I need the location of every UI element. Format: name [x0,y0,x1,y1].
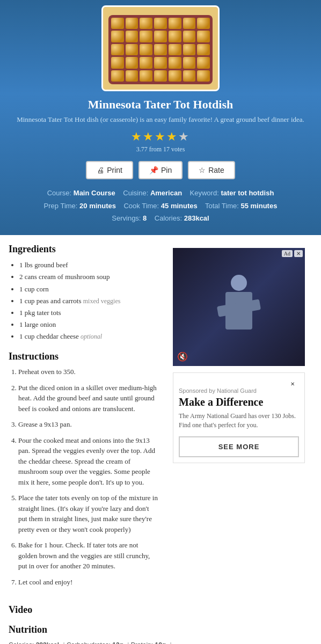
ingredient-text: 1 large onion [19,320,56,328]
list-item: Let cool and enjoy! [18,577,158,588]
list-item: Bake for 1 hour. Check. If tater tots ar… [18,540,158,572]
tot [126,18,138,29]
ad-cta-button[interactable]: SEE MORE [179,436,299,457]
tot [169,57,181,68]
tot [140,70,152,82]
prep-label: Prep Time: [44,202,78,210]
sidebar: Ad ✕ 🔇 ✕ Sponsored by Natio [166,235,311,604]
course-label: Course: [47,189,72,197]
ad-headline: Make a Difference [179,396,299,408]
empty-star: ★ [178,130,190,143]
tot [140,18,152,29]
instructions-title: Instructions [9,351,158,362]
list-item: Preheat oven to 350. [18,367,158,377]
print-icon: 🖨 [97,166,104,174]
calories-value: 283kcal [184,214,209,222]
hero-image-container [0,0,321,91]
step-text: Bake for 1 hour. Check. If tater tots ar… [18,541,150,570]
list-item: 1 lbs ground beef [19,259,158,271]
tot [197,57,210,68]
list-item: Grease a 9x13 pan. [18,419,158,430]
list-item: 1 cup peas and carrots mixed veggies [19,295,158,307]
action-buttons-row: 🖨 Print 📌 Pin ☆ Rate [0,161,321,179]
tot [183,44,196,55]
video-title: Video [9,604,312,616]
step-text: Pour the cooked meat and onions into the… [18,436,155,486]
tot [111,18,124,29]
list-item: 1 pkg tater tots [19,307,158,319]
tot [111,57,124,68]
ingredient-text: 1 pkg tater tots [19,309,61,317]
video-section: Video [0,604,321,624]
ingredient-text: 1 cup peas and carrots [19,297,82,305]
nutrition-title: Nutrition [9,624,312,635]
meta-row-1: Course: Main Course Cuisine: American Ke… [0,187,321,199]
recipe-title: Minnesota Tater Tot Hotdish [0,98,321,112]
pin-button[interactable]: 📌 Pin [138,161,183,179]
star-icon: ☆ [199,166,206,174]
tot [183,70,196,82]
ingredients-title: Ingredients [9,244,158,255]
tot [126,70,138,82]
carb-value: 12g [112,641,123,644]
ad-national-guard: ✕ Sponsored by National Guard Make a Dif… [173,372,305,463]
ad-body-text: The Army National Guard has over 130 Job… [179,412,299,430]
list-item: 1 large onion [19,319,158,331]
main-content: Ingredients 1 lbs ground beef 2 cans cre… [0,235,166,604]
tot [154,18,167,29]
cal-value: 283kcal [36,641,59,644]
hero-section: Minnesota Tater Tot Hotdish Minnesota Ta… [0,0,321,235]
cook-label: Cook Time: [123,202,159,210]
pinterest-icon: 📌 [149,166,158,174]
calories-label: Calories: [155,214,182,222]
ingredients-list: 1 lbs ground beef 2 cans cream of mushro… [9,259,158,342]
print-button[interactable]: 🖨 Print [86,161,133,179]
tot [126,31,138,42]
tot [197,44,210,55]
list-item: Put the diced onion in a skillet over me… [18,383,158,414]
tot [169,70,181,82]
ad-close-btn[interactable]: ✕ [288,380,297,387]
tot [140,31,152,42]
step-text: Grease a 9x13 pan. [18,420,72,428]
ingredient-text: 1 cup corn [19,285,49,293]
ingredient-text: 1 cup cheddar cheese [19,332,79,340]
cook-value: 45 minutes [161,202,198,210]
pin-label: Pin [161,166,172,174]
ad-top-controls: ✕ [177,380,297,387]
tater-tots-grid [111,18,210,82]
step-text: Preheat oven to 350. [18,368,76,376]
ingredient-text: 1 lbs ground beef [19,261,68,269]
rate-button[interactable]: ☆ Rate [188,161,235,179]
tot [169,31,181,42]
star-rating[interactable]: ★★★★★ [131,130,190,144]
soldier-silhouette [207,264,271,350]
cuisine-value: American [150,189,182,197]
list-item: 2 cans cream of mushroom soup [19,271,158,283]
list-item: Pour the cooked meat and onions into the… [18,435,158,488]
pipe: | [61,641,67,644]
tot [169,44,181,55]
prep-value: 20 minutes [79,202,116,210]
tot [154,70,167,82]
volume-icon[interactable]: 🔇 [177,352,188,362]
tot [154,57,167,68]
nutrition-item: Protein: 18g [131,641,166,644]
nutrition-text: Calories: 283kcal | Carbohydrates: 12g |… [9,640,312,644]
instructions-list: Preheat oven to 350. Put the diced onion… [9,367,158,587]
tot [154,44,167,55]
meta-row-2: Prep Time: 20 minutes Cook Time: 45 minu… [0,200,321,212]
recipe-meta: Course: Main Course Cuisine: American Ke… [0,187,321,224]
votes-text: 3.77 from 17 votes [136,145,185,153]
tot [183,31,196,42]
tot [126,44,138,55]
rate-label: Rate [208,166,224,174]
step-text: Put the diced onion in a skillet over me… [18,384,157,413]
nutrition-section: Nutrition Calories: 283kcal | Carbohydra… [0,624,321,644]
step-text: Place the tater tots evenly on top of th… [18,494,158,533]
protein-value: 18g [155,641,166,644]
tot [169,18,181,29]
list-item: 1 cup cheddar cheese optional [19,331,158,342]
tot [111,31,124,42]
meta-row-3: Servings: 8 Calories: 283kcal [0,212,321,224]
